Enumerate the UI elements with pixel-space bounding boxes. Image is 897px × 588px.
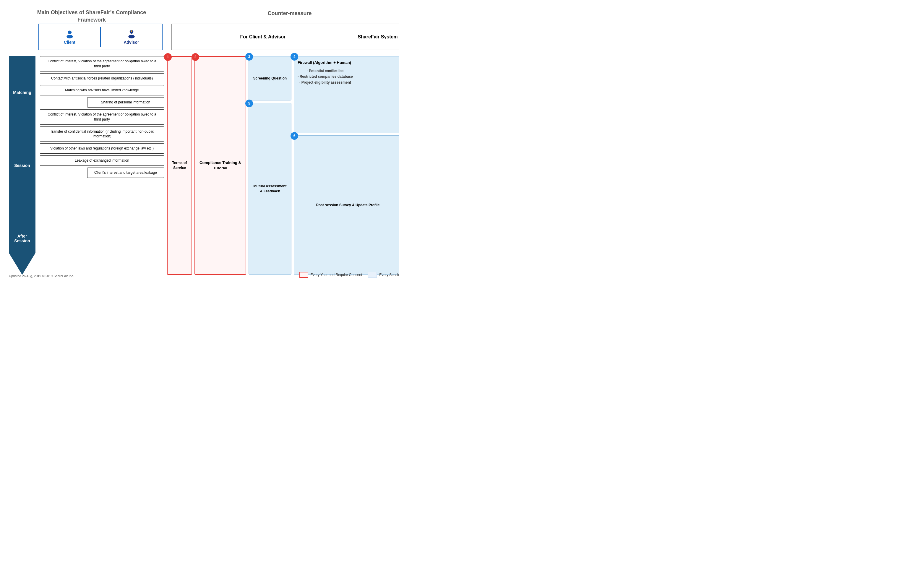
firewall-title: Firewall (Algorithm + Human): [298, 60, 351, 65]
risk-leakage-exchanged: Leakage of exchanged information: [40, 156, 164, 166]
badge-4: 4: [291, 53, 298, 61]
countermeasure-panel: 1 Terms of Service 2 Compliance Training…: [167, 56, 399, 275]
risk-antisocial: Contact with antisocial forces (related …: [40, 73, 164, 84]
page-wrapper: Main Objectives of ShareFair's Complianc…: [6, 6, 399, 281]
badge-1: 1: [164, 53, 172, 61]
for-client-label: For Client & Advisor: [240, 34, 286, 40]
svg-point-0: [68, 31, 71, 34]
risk-limited-knowledge: Matching with advisors have limited know…: [40, 85, 164, 95]
risk-violation-laws: Violation of other laws and regulations …: [40, 143, 164, 154]
firewall-box: 4 Firewall (Algorithm + Human) · Potenti…: [294, 56, 399, 133]
legend-blue-label: Every Session: [379, 273, 399, 277]
legend-pink: Every Year and Require Consent: [299, 272, 362, 278]
compliance-label: Compliance Training & Tutorial: [195, 160, 246, 171]
sidebar-session: Session: [9, 129, 35, 202]
session-label: Session: [14, 163, 30, 168]
risk-personal-info: Sharing of personal information: [87, 97, 164, 108]
risks-panel: Conflict of Interest, Violation of the a…: [40, 56, 164, 275]
col-terms-of-service: 1 Terms of Service: [167, 56, 192, 275]
main-title: Main Objectives of ShareFair's Complianc…: [29, 9, 154, 24]
firewall-item-2: · Restricted companies database: [298, 74, 353, 79]
mutual-label: Mutual Assessment & Feedback: [252, 184, 288, 194]
matching-label: Matching: [13, 90, 31, 95]
risk-conflict-session: Conflict of Interest, Violation of the a…: [40, 109, 164, 125]
mutual-box: 5 Mutual Assessment & Feedback: [248, 103, 291, 275]
legend-blue: Every Session: [368, 272, 399, 278]
col-screening-mutual: 3 Screening Question 5 Mutual Assessment…: [248, 56, 291, 275]
svg-point-3: [128, 35, 135, 38]
legend-blue-box: [368, 272, 377, 278]
post-session-box: 6 Post-session Survey & Update Profile: [294, 135, 399, 275]
post-session-label: Post-session Survey & Update Profile: [316, 203, 380, 208]
main-grid: Conflict of Interest, Violation of the a…: [40, 56, 399, 275]
screening-box: 3 Screening Question: [248, 56, 291, 101]
firewall-item-1: · Potential conflict list: [298, 68, 353, 74]
badge-2: 2: [191, 53, 199, 61]
sidebar-matching: Matching: [9, 56, 35, 129]
risk-client-interest: Client's interest and target area leakag…: [87, 168, 164, 178]
sharefair-label: ShareFair System: [358, 34, 398, 40]
screening-label: Screening Question: [253, 76, 287, 81]
sharefair-system-col: ShareFair System: [354, 24, 399, 50]
risk-confidential: Transfer of confidential information (in…: [40, 127, 164, 142]
sidebar-after-session: After Session: [9, 202, 35, 275]
badge-3: 3: [245, 53, 253, 61]
legend-pink-box: [299, 272, 308, 278]
advisor-label: Advisor: [124, 40, 139, 44]
legend-pink-label: Every Year and Require Consent: [311, 273, 362, 277]
vertical-sidebar: Matching Session After Session: [9, 56, 35, 275]
after-session-label: After Session: [9, 234, 35, 243]
legend: Every Year and Require Consent Every Ses…: [299, 272, 399, 278]
risk-conflict-matching: Conflict of Interest, Violation of the a…: [40, 56, 164, 72]
tos-label: Terms of Service: [168, 160, 191, 171]
advisor-section: Advisor: [101, 27, 162, 47]
counter-header: For Client & Advisor ShareFair System: [171, 24, 399, 50]
svg-point-1: [66, 35, 73, 38]
advisor-icon: [127, 29, 136, 39]
badge-6: 6: [291, 132, 298, 140]
badge-5: 5: [245, 99, 253, 107]
client-icon: [65, 29, 75, 39]
client-label: Client: [64, 40, 75, 44]
client-advisor-header: Client Advisor: [38, 24, 162, 50]
col-firewall-post: 4 Firewall (Algorithm + Human) · Potenti…: [294, 56, 399, 275]
firewall-item-3: · Project eligibility assessment: [298, 80, 353, 86]
counter-title: Counter-measure: [178, 10, 399, 17]
footer: Updated 26 Aug, 2019 © 2019 ShareFair In…: [9, 274, 74, 278]
col-compliance-training: 2 Compliance Training & Tutorial: [194, 56, 246, 275]
firewall-items: · Potential conflict list · Restricted c…: [298, 68, 353, 86]
client-section: Client: [39, 27, 101, 47]
for-client-advisor-col: For Client & Advisor: [172, 24, 354, 50]
